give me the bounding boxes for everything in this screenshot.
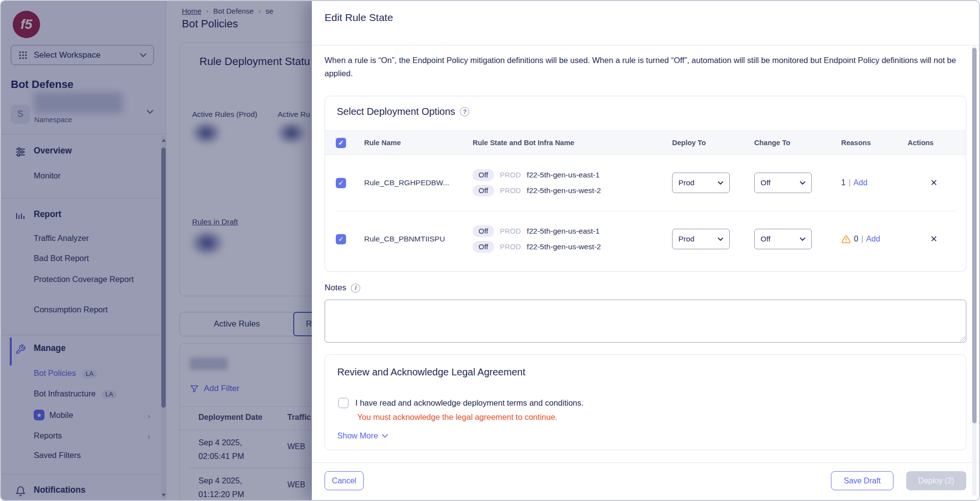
scroll-up-icon[interactable] [162, 139, 166, 142]
tab-active-rules[interactable]: Active Rules [180, 312, 294, 336]
column-deploy-to: Deploy To [672, 139, 754, 147]
chevron-right-icon: › [148, 432, 150, 440]
sliders-icon [15, 147, 26, 157]
env-label: PROD [500, 171, 521, 179]
divider [180, 406, 312, 407]
column-change-to: Change To [754, 139, 841, 147]
add-filter-button[interactable]: Add Filter [190, 384, 240, 393]
table-row-traffic: WEB [287, 480, 305, 489]
sidebar-item-bot-infrastructure[interactable]: Bot InfrastructureLA [34, 389, 117, 399]
reason-count: 0 [854, 235, 858, 243]
info-icon[interactable]: i [351, 283, 360, 293]
sidebar-scrollbar-track[interactable] [161, 136, 166, 499]
add-reason-link[interactable]: Add [853, 178, 867, 187]
dimmed-backdrop: f5 Select Workspace Bot Defense S Namesp… [1, 1, 312, 500]
la-badge: LA [102, 390, 117, 399]
bell-icon [15, 486, 26, 497]
rules-in-draft-link[interactable]: Rules in Draft [192, 218, 238, 226]
sidebar-item-traffic-analyzer[interactable]: Traffic Analyzer [34, 234, 89, 243]
legal-checkbox[interactable] [338, 398, 348, 408]
product-title: Bot Defense [11, 78, 73, 91]
env-label: PROD [500, 187, 521, 195]
rule-row: ✓ Rule_CB_PBNMTIISPU Off PROD f22-5th-ge… [325, 211, 966, 267]
app-window: f5 Select Workspace Bot Defense S Namesp… [0, 0, 980, 501]
legal-title: Review and Acknowledge Legal Agreement [337, 367, 525, 378]
sidebar: f5 Select Workspace Bot Defense S Namesp… [1, 1, 166, 500]
help-icon[interactable]: ? [460, 107, 469, 116]
chevron-down-icon [140, 53, 147, 57]
date-line1: Sep 4 2025, [198, 476, 242, 485]
table-row-traffic: WEB [287, 442, 305, 451]
divider [1, 198, 166, 198]
tab-rules-in-draft[interactable]: Ru [293, 312, 312, 336]
select-all-checkbox[interactable]: ✓ [336, 138, 346, 148]
add-filter-label: Add Filter [204, 384, 240, 393]
rule-deployment-status-card: Rule Deployment Statu Active Rules (Prod… [179, 42, 312, 296]
infra-name: f22-5th-gen-us-east-1 [527, 227, 600, 236]
scroll-down-icon[interactable] [162, 494, 166, 497]
column-rule-state: Rule State and Bot Infra Name [473, 139, 672, 147]
rule-row: ✓ Rule_CB_RGHPEDBW... Off PROD f22-5th-g… [325, 155, 966, 211]
table-row-date: Sep 4 2025, 02:05:41 PM [198, 436, 244, 463]
change-to-select[interactable]: Off [754, 173, 812, 193]
breadcrumb-home-link[interactable]: Home [182, 7, 201, 15]
save-draft-button[interactable]: Save Draft [831, 471, 893, 490]
edit-rule-state-drawer: Edit Rule State When a rule is “On”, the… [312, 1, 979, 500]
sidebar-item-monitor[interactable]: Monitor [34, 171, 61, 180]
change-to-value: Off [761, 235, 800, 243]
metric-active-rules-prod-label: Active Rules (Prod) [192, 110, 258, 119]
sidebar-item-overview[interactable]: Overview [34, 146, 72, 156]
bar-chart-icon [15, 210, 26, 221]
sidebar-item-saved-filters[interactable]: Saved Filters [34, 451, 81, 460]
legal-checkbox-label: I have read and acknowledge deployment t… [355, 398, 584, 408]
cancel-button[interactable]: Cancel [325, 471, 364, 490]
warning-icon [841, 235, 851, 244]
sidebar-item-protection-coverage-report[interactable]: Protection Coverage Report [34, 273, 136, 285]
rule-state-pill: Off [473, 169, 494, 181]
divider [1, 134, 166, 134]
breadcrumb-separator: › [259, 7, 261, 15]
textarea-resize-handle[interactable] [959, 336, 965, 342]
drawer-title: Edit Rule State [325, 12, 393, 23]
sidebar-item-bot-policies[interactable]: Bot PoliciesLA [34, 369, 97, 378]
sidebar-item-notifications[interactable]: Notifications [34, 485, 86, 495]
date-line1: Sep 4 2025, [198, 438, 242, 447]
remove-rule-icon[interactable]: ✕ [930, 178, 937, 188]
redacted-metric-value [190, 229, 225, 257]
rule-checkbox[interactable]: ✓ [336, 234, 346, 244]
column-actions: Actions [908, 139, 966, 147]
sidebar-item-manage[interactable]: Manage [34, 343, 65, 353]
show-more-link[interactable]: Show More [337, 431, 388, 440]
remove-rule-icon[interactable]: ✕ [930, 234, 937, 244]
deploy-to-select[interactable]: Prod [672, 229, 730, 249]
drawer-scrollbar-thumb[interactable] [972, 48, 977, 423]
la-badge: LA [82, 370, 97, 378]
deploy-to-select[interactable]: Prod [672, 173, 730, 193]
page-title: Bot Policies [182, 18, 238, 30]
divider [1, 335, 166, 335]
chevron-down-icon[interactable] [147, 109, 153, 114]
redacted-namespace-value [34, 92, 123, 113]
column-traffic: Traffic [287, 413, 311, 422]
redacted-items-count [190, 357, 228, 370]
add-reason-link[interactable]: Add [866, 235, 880, 243]
show-more-label: Show More [337, 431, 378, 440]
change-to-select[interactable]: Off [754, 229, 812, 249]
breadcrumb-bot-defense-link[interactable]: Bot Defense [213, 7, 254, 15]
sidebar-item-reports[interactable]: Reports [34, 431, 62, 440]
redacted-metric-value [276, 121, 307, 145]
rule-checkbox[interactable]: ✓ [336, 178, 346, 188]
reason-separator: | [861, 235, 863, 243]
sidebar-scrollbar-thumb[interactable] [161, 148, 166, 408]
sidebar-item-mobile[interactable]: ★ Mobile [34, 410, 73, 420]
notes-label: Notes [325, 283, 346, 293]
rules-tabbar: Active Rules Ru [179, 312, 312, 336]
sidebar-item-consumption-report[interactable]: Consumption Report [34, 305, 108, 314]
namespace-label: Namespace [34, 116, 72, 124]
sidebar-item-bad-bot-report[interactable]: Bad Bot Report [34, 254, 89, 263]
workspace-selector[interactable]: Select Workspace [11, 45, 154, 65]
notes-textarea[interactable] [325, 300, 966, 343]
workspace-grid-icon [18, 50, 28, 60]
deploy-button[interactable]: Deploy (2) [906, 471, 966, 490]
sidebar-item-report[interactable]: Report [34, 209, 61, 219]
